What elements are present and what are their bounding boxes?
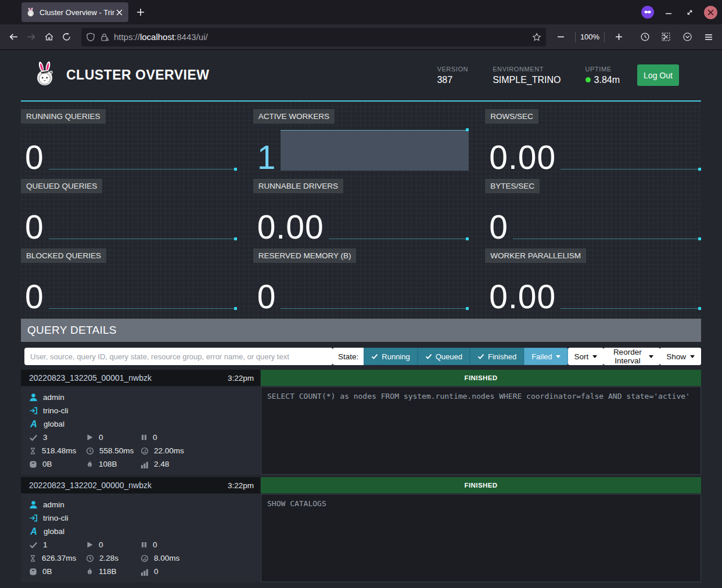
queued-splits-icon: [141, 434, 148, 441]
query-user: admin: [43, 393, 64, 402]
zoom-in-button[interactable]: [609, 28, 628, 46]
cpu-time-value: 8.00ms: [154, 554, 179, 562]
new-tab-button[interactable]: [132, 3, 149, 21]
tile-active-workers: ACTIVE WORKERS 1: [253, 109, 469, 172]
cumulative-memory-value: 2.48: [154, 460, 169, 468]
elapsed-time-clock-icon: [86, 447, 94, 455]
zoom-out-button[interactable]: [552, 28, 570, 46]
private-browsing-icon: [641, 6, 654, 19]
tile-bytes-sec: BYTES/SEC 0: [485, 179, 701, 242]
reload-button[interactable]: [58, 28, 75, 46]
chevron-down-icon: [690, 355, 695, 358]
tile-value: 0: [21, 212, 44, 242]
separator: [604, 32, 605, 42]
bookmark-star-icon[interactable]: [532, 33, 541, 42]
screenshot-icon[interactable]: [658, 28, 675, 46]
forward-button[interactable]: [22, 28, 39, 46]
user-icon: [29, 393, 38, 402]
wall-time-value: 518.48ms: [42, 446, 76, 455]
tile-value: 0: [485, 212, 508, 242]
query-user: admin: [43, 500, 64, 509]
logout-button[interactable]: Log Out: [637, 64, 679, 86]
tile-label: RUNNABLE DRIVERS: [253, 179, 343, 193]
query-list: 20220823_132205_00001_nwbzk 3:22pm FINIS…: [21, 370, 701, 582]
query-time: 3:22pm: [228, 374, 254, 383]
reorder-interval-dropdown[interactable]: Reorder Interval: [604, 348, 660, 365]
check-icon: [425, 353, 432, 360]
query-filter-toolbar: State: Running Queued Finished Failed So…: [21, 348, 701, 365]
tile-value: 0.00: [485, 282, 556, 312]
window-close-button[interactable]: [704, 6, 717, 19]
wall-time-hourglass-icon: [29, 554, 37, 562]
cpu-time-gauge-icon: [141, 447, 149, 455]
tile-label: BYTES/SEC: [485, 179, 540, 193]
query-status-badge: FINISHED: [261, 477, 701, 493]
query-stats-panel: admin trino-cli A global 3 0: [21, 387, 260, 475]
running-splits-value: 0: [99, 540, 103, 549]
cpu-time-value: 22.00ms: [154, 446, 184, 455]
environment-block: ENVIRONMENT SIMPLE_TRINO: [493, 66, 561, 85]
home-button[interactable]: [40, 28, 58, 46]
running-splits-icon: [86, 541, 94, 549]
query-time: 3:22pm: [228, 481, 254, 490]
url-text[interactable]: https://localhost:8443/ui/: [114, 32, 532, 42]
state-filter-group: State: Running Queued Finished Failed: [333, 348, 568, 365]
menu-hamburger-icon[interactable]: [700, 28, 717, 46]
query-id-link[interactable]: 20220823_132205_00001_nwbzk: [29, 373, 228, 383]
sparkline: [556, 109, 701, 172]
user-icon: [29, 500, 38, 509]
tile-label: ROWS/SEC: [485, 109, 538, 124]
resource-group-icon: A: [29, 419, 38, 430]
uptime-label: UPTIME: [585, 66, 620, 73]
sort-dropdown[interactable]: Sort: [568, 348, 604, 365]
query-id-link[interactable]: 20220823_132202_00000_nwbzk: [29, 481, 228, 490]
show-dropdown[interactable]: Show: [660, 348, 701, 365]
peak-memory-value: 108B: [99, 460, 117, 468]
query-details-title: QUERY DETAILS: [27, 324, 117, 337]
wall-time-value: 626.37ms: [42, 554, 76, 562]
tile-label: RUNNING QUERIES: [21, 109, 106, 124]
tile-worker-parallelism: WORKER PARALLELISM 0.00: [485, 248, 701, 312]
query-search-input[interactable]: [24, 348, 333, 365]
state-queued-button[interactable]: Queued: [418, 348, 470, 365]
pocket-icon[interactable]: [678, 28, 696, 46]
window-restore-button[interactable]: [683, 6, 696, 19]
tile-blocked-queries: BLOCKED QUERIES 0: [21, 248, 237, 312]
state-running-button[interactable]: Running: [364, 348, 417, 365]
query-resource-group: global: [44, 527, 64, 536]
tab-close-icon[interactable]: [114, 8, 124, 17]
tile-label: BLOCKED QUERIES: [21, 248, 106, 263]
browser-tab[interactable]: Cluster Overview - Trino: [21, 2, 128, 22]
separator: [575, 32, 576, 42]
history-clock-icon[interactable]: [636, 28, 653, 46]
query-sql-text: SELECT COUNT(*) as nodes FROM system.run…: [261, 387, 701, 475]
window-minimize-button[interactable]: [662, 6, 675, 19]
peak-memory-flame-icon: [86, 460, 94, 468]
page-title: CLUSTER OVERVIEW: [66, 67, 210, 83]
version-block: VERSION 387: [437, 66, 468, 85]
tile-label: ACTIVE WORKERS: [253, 109, 335, 124]
current-memory-value: 0B: [42, 567, 52, 576]
chevron-down-icon: [592, 355, 597, 358]
app-header: CLUSTER OVERVIEW VERSION 387 ENVIRONMENT…: [21, 50, 701, 102]
query-sql-text: SHOW CATALOGS: [261, 494, 701, 582]
url-bar[interactable]: https://localhost:8443/ui/: [81, 28, 546, 46]
tile-rows-sec: ROWS/SEC 0.00: [485, 109, 701, 172]
sparkline: [324, 179, 469, 242]
state-finished-button[interactable]: Finished: [470, 348, 524, 365]
version-value: 387: [437, 75, 468, 85]
queued-splits-value: 0: [153, 433, 157, 442]
cumulative-memory-chart-icon: [141, 568, 149, 576]
cumulative-memory-chart-icon: [141, 460, 149, 468]
query-header: 20220823_132202_00000_nwbzk 3:22pm: [21, 477, 260, 493]
environment-value: SIMPLE_TRINO: [493, 75, 561, 85]
back-button[interactable]: [5, 28, 22, 46]
shield-icon[interactable]: [86, 33, 95, 42]
tile-runnable-drivers: RUNNABLE DRIVERS 0.00: [253, 179, 469, 242]
queued-splits-value: 0: [153, 540, 157, 549]
zoom-level[interactable]: 100%: [580, 33, 599, 41]
state-failed-dropdown[interactable]: Failed: [524, 348, 567, 365]
lock-warning-icon[interactable]: [100, 33, 109, 42]
resource-group-icon: A: [29, 526, 38, 537]
running-splits-icon: [86, 434, 94, 441]
